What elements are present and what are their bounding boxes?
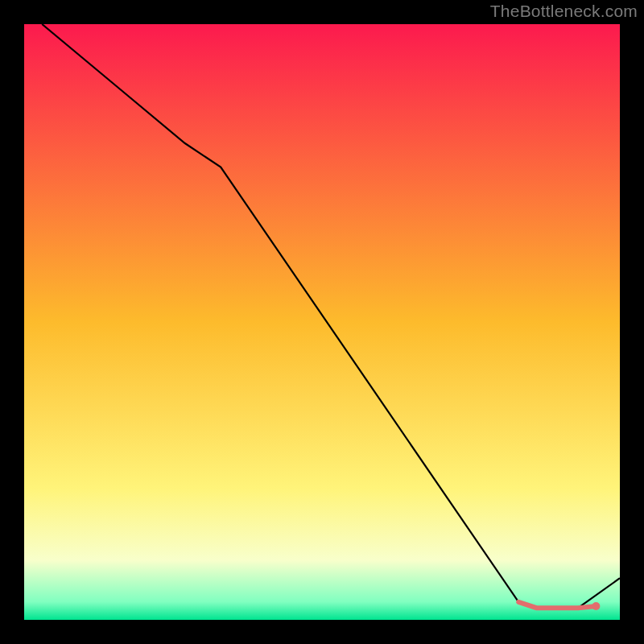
watermark-text: TheBottleneck.com <box>490 2 638 21</box>
gradient-background <box>24 24 620 620</box>
plot-area <box>24 24 620 620</box>
optimal-range-end-dot <box>592 602 600 610</box>
chart-svg <box>24 24 620 620</box>
chart-frame: TheBottleneck.com <box>0 0 644 644</box>
